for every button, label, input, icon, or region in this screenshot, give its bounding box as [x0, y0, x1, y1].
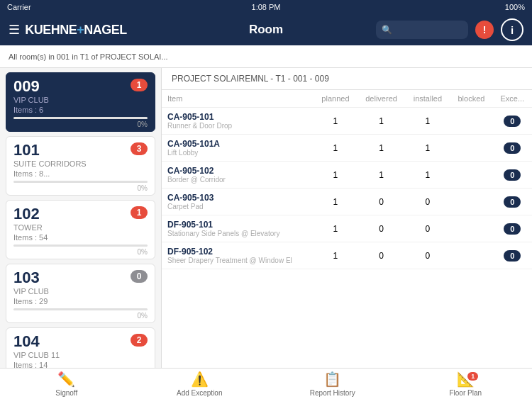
- excess-badge: 0: [504, 196, 521, 208]
- signoff-icon: ✏️: [57, 371, 75, 388]
- room-items-102: Items : 54: [13, 233, 48, 242]
- item-desc: Lift Lobby: [167, 149, 308, 157]
- logo: KUEHNE+NAGEL: [25, 23, 127, 38]
- room-type-101: SUITE CORRIDORS: [13, 159, 148, 168]
- badge-102: 1: [131, 206, 148, 219]
- room-items-104: Items : 14: [13, 361, 48, 368]
- subheader: All room(s) in 001 in T1 of PROJECT SOLA…: [0, 45, 532, 68]
- search-icon: 🔍: [382, 25, 392, 35]
- tab-exception-label: Add Exception: [177, 389, 223, 397]
- col-delivered: delivered: [358, 90, 406, 108]
- room-items-103: Items : 29: [13, 297, 48, 305]
- item-desc: Runner & Door Drop: [167, 122, 308, 130]
- table-row: CA-905-103 Carpet Pad 1 0 0 0: [162, 189, 532, 215]
- item-code: CA-905-101: [167, 112, 308, 122]
- room-items-101: Items : 8...: [13, 169, 50, 178]
- room-list: 009 1 VIP CLUB Items : 6 0% 101 3 SUITE …: [0, 68, 162, 368]
- battery-label: 100%: [505, 3, 525, 11]
- items-table: Item planned delivered installed blocked…: [162, 90, 532, 269]
- table-header-row: Item planned delivered installed blocked…: [162, 90, 532, 108]
- item-code: CA-905-102: [167, 166, 308, 176]
- header-title: Room: [249, 23, 283, 37]
- alert-button[interactable]: !: [475, 21, 494, 39]
- room-type-103: VIP CLUB: [13, 287, 148, 296]
- room-item-102[interactable]: 102 1 TOWER Items : 54 0%: [6, 200, 155, 259]
- badge-103: 0: [131, 270, 148, 283]
- right-header: PROJECT SOLAIREMNL - T1 - 001 - 009: [162, 68, 532, 90]
- progress-102: 0%: [13, 248, 148, 256]
- item-code: DF-905-101: [167, 220, 308, 230]
- item-code: CA-905-101A: [167, 139, 308, 149]
- badge-009: 1: [131, 79, 148, 91]
- tab-signoff-label: Signoff: [55, 389, 77, 397]
- table-row: CA-905-101 Runner & Door Drop 1 1 1 0: [162, 108, 532, 135]
- col-item: Item: [162, 90, 314, 108]
- room-item-101[interactable]: 101 3 SUITE CORRIDORS Items : 8... 0%: [6, 136, 155, 196]
- table-row: CA-905-101A Lift Lobby 1 1 1 0: [162, 135, 532, 162]
- table-row: DF-905-101 Stationary Side Panels @ Elev…: [162, 215, 532, 242]
- tab-floor-plan[interactable]: 1 📐 Floor Plan: [399, 371, 533, 397]
- tab-floorplan-label: Floor Plan: [449, 389, 482, 397]
- tab-report-history[interactable]: 📋 Report History: [266, 371, 399, 397]
- subheader-text: All room(s) in 001 in T1 of PROJECT SOLA…: [9, 52, 168, 61]
- progress-101: 0%: [13, 184, 148, 192]
- hamburger-icon[interactable]: ☰: [9, 22, 20, 38]
- badge-101: 3: [131, 142, 148, 155]
- excess-badge: 0: [504, 116, 521, 127]
- search-box[interactable]: 🔍: [376, 21, 468, 39]
- tab-signoff[interactable]: ✏️ Signoff: [0, 371, 133, 397]
- badge-104: 2: [131, 334, 148, 347]
- table-row: DF-905-102 Sheer Drapery Treatment @ Win…: [162, 242, 532, 269]
- room-number-104: 104: [13, 334, 40, 349]
- header: ☰ KUEHNE+NAGEL Room 🔍 ! i: [0, 14, 532, 45]
- item-code: CA-905-103: [167, 193, 308, 203]
- room-number-102: 102: [13, 206, 40, 222]
- progress-009: 0%: [13, 120, 148, 128]
- room-number-103: 103: [13, 270, 40, 286]
- room-type-104: VIP CLUB 11: [13, 351, 148, 359]
- tab-add-exception[interactable]: ⚠️ Add Exception: [133, 371, 267, 397]
- main-content: 009 1 VIP CLUB Items : 6 0% 101 3 SUITE …: [0, 68, 532, 368]
- tab-report-label: Report History: [310, 389, 355, 397]
- carrier-label: Carrier: [7, 3, 31, 11]
- room-number-009: 009: [13, 79, 40, 94]
- col-installed: installed: [405, 90, 450, 108]
- excess-badge: 0: [504, 169, 521, 181]
- excess-badge: 0: [504, 223, 521, 235]
- header-right: 🔍 ! i: [376, 18, 523, 41]
- table-row: CA-905-102 Border @ Corridor 1 1 1 0: [162, 162, 532, 189]
- item-desc: Border @ Corridor: [167, 176, 308, 184]
- tab-bar: ✏️ Signoff ⚠️ Add Exception 📋 Report His…: [0, 368, 532, 399]
- col-excess: Exce...: [493, 90, 532, 108]
- item-desc: Carpet Pad: [167, 203, 308, 210]
- room-type-102: TOWER: [13, 223, 148, 232]
- room-item-103[interactable]: 103 0 VIP CLUB Items : 29 0%: [6, 264, 155, 323]
- exception-icon: ⚠️: [191, 371, 209, 388]
- excess-badge: 0: [504, 250, 521, 262]
- room-number-101: 101: [13, 142, 40, 158]
- status-bar: Carrier 1:08 PM 100%: [0, 0, 532, 14]
- room-item-104[interactable]: 104 2 VIP CLUB 11 Items : 14 0%: [6, 327, 155, 368]
- item-desc: Sheer Drapery Treatment @ Window El: [167, 257, 308, 264]
- room-type-009: VIP CLUB: [13, 96, 148, 104]
- col-planned: planned: [314, 90, 358, 108]
- report-icon: 📋: [323, 371, 341, 388]
- time-label: 1:08 PM: [252, 3, 281, 11]
- item-desc: Stationary Side Panels @ Elevatory: [167, 230, 308, 237]
- right-panel: PROJECT SOLAIREMNL - T1 - 001 - 009 Item…: [162, 68, 532, 368]
- progress-103: 0%: [13, 312, 148, 320]
- info-button[interactable]: i: [501, 18, 523, 41]
- excess-badge: 0: [504, 142, 521, 154]
- col-blocked: blocked: [450, 90, 492, 108]
- item-code: DF-905-102: [167, 247, 308, 257]
- room-items-009: Items : 6: [13, 106, 43, 114]
- floor-plan-badge: 1: [467, 372, 478, 381]
- room-item-009[interactable]: 009 1 VIP CLUB Items : 6 0%: [6, 72, 155, 132]
